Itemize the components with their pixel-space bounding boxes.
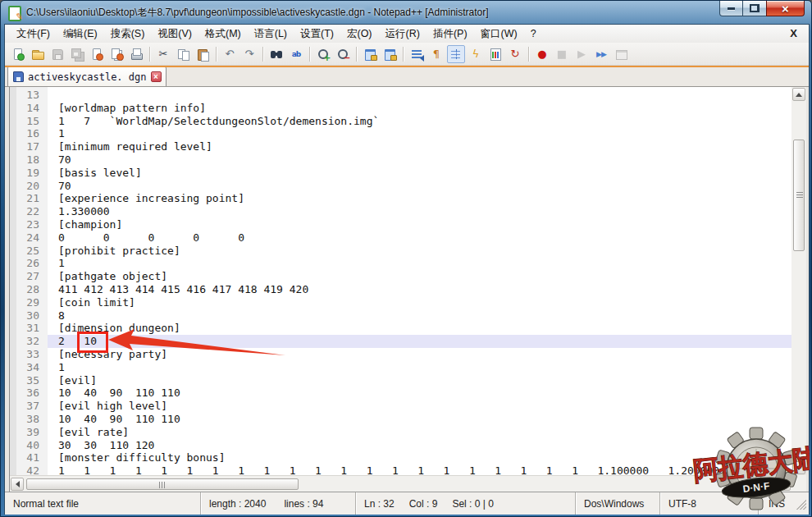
editor-line: 23 [champion] xyxy=(10,218,791,231)
restore-button[interactable] xyxy=(743,1,766,16)
toolbar-close-file-button[interactable] xyxy=(88,45,106,63)
toolbar-paste-button[interactable] xyxy=(194,45,212,63)
code-text[interactable]: 10 40 90 110 110 xyxy=(48,387,791,400)
toolbar-macro-record-button[interactable]: ● xyxy=(533,45,551,63)
code-text[interactable]: 70 xyxy=(48,180,791,193)
toolbar-replace-button[interactable]: ab xyxy=(287,45,305,63)
toolbar-copy-button[interactable] xyxy=(174,45,192,63)
minimize-button[interactable] xyxy=(719,1,743,16)
tab-close-icon[interactable]: × xyxy=(151,71,162,82)
restore-icon xyxy=(750,4,760,12)
horizontal-scrollbar[interactable] xyxy=(10,475,791,492)
scroll-left-button[interactable] xyxy=(11,478,24,491)
toolbar-find-button[interactable] xyxy=(267,45,285,63)
menu-item[interactable]: 视图(V) xyxy=(151,25,198,43)
toolbar-new-file-button[interactable] xyxy=(9,45,27,63)
vertical-scrollbar[interactable] xyxy=(791,87,806,461)
code-text[interactable]: 10 40 90 110 110 xyxy=(48,413,791,426)
code-text[interactable]: 30 30 110 120 xyxy=(48,439,791,452)
code-text[interactable]: 1.330000 xyxy=(48,205,791,218)
toolbar-show-all-characters-button[interactable]: ¶ xyxy=(427,45,445,63)
editor-line: 13 xyxy=(10,89,791,102)
code-text[interactable]: [experience increasing point] xyxy=(48,192,791,205)
toolbar-close-all-button[interactable] xyxy=(107,45,125,63)
macro-save-icon xyxy=(614,48,628,61)
scroll-up-button[interactable] xyxy=(792,88,805,101)
toolbar-sync-vertical-button[interactable] xyxy=(361,45,379,63)
code-text[interactable]: [prohibit practice] xyxy=(48,245,791,258)
scroll-down-button[interactable] xyxy=(792,461,805,474)
menu-item[interactable]: 格式(M) xyxy=(198,25,248,43)
toolbar-doc-switcher-button[interactable]: ↻ xyxy=(506,45,524,63)
close-button[interactable]: × xyxy=(766,1,805,16)
toolbar-macro-save-button[interactable] xyxy=(612,45,630,63)
code-text[interactable]: 70 xyxy=(48,153,791,167)
menu-item[interactable]: 插件(P) xyxy=(427,25,474,43)
code-text[interactable]: 8 xyxy=(48,309,791,323)
menu-item[interactable]: ? xyxy=(524,26,543,41)
code-text[interactable]: 1 xyxy=(48,361,791,374)
code-text[interactable]: [monster difficulty bonus] xyxy=(48,451,791,464)
code-text[interactable]: 1 1 1 1 1 1 1 1 1 1 1 1 1 1 1 1 1 1 1 1 … xyxy=(48,464,791,475)
toolbar-cut-button[interactable]: ✂ xyxy=(154,45,172,63)
menu-item[interactable]: 编辑(E) xyxy=(57,25,104,43)
toolbar-print-button[interactable] xyxy=(127,45,145,63)
menubar-close-button[interactable]: X xyxy=(787,27,801,39)
menu-item[interactable]: 窗口(W) xyxy=(474,25,524,43)
editor-main: 13 14 [worldmap pattern info] 15 1 7 `Wo… xyxy=(9,87,791,492)
title-bar[interactable]: ✎ C:\Users\ilaoniu\Desktop\老牛8.7\pvf\dun… xyxy=(1,1,811,24)
client-area: X 文件(F)编辑(E)搜索(S)视图(V)格式(M)语言(L)设置(T)宏(O… xyxy=(4,24,810,515)
code-text[interactable]: [evil rate] xyxy=(48,426,791,439)
editor-lines: 13 14 [worldmap pattern info] 15 1 7 `Wo… xyxy=(10,89,791,475)
editor-view[interactable]: 13 14 [worldmap pattern info] 15 1 7 `Wo… xyxy=(10,87,791,475)
menu-item[interactable]: 语言(L) xyxy=(248,25,294,43)
toolbar-undo-button[interactable]: ↶ xyxy=(221,45,239,63)
toolbar-open-file-button[interactable] xyxy=(29,45,47,63)
code-text[interactable]: [coin limit] xyxy=(48,296,791,309)
code-text[interactable]: [champion] xyxy=(48,218,791,231)
resize-grip[interactable] xyxy=(796,500,806,510)
toolbar-word-wrap-button[interactable] xyxy=(408,45,426,63)
line-number: 17 xyxy=(10,140,48,153)
toolbar-document-map-button[interactable] xyxy=(486,45,504,63)
tab-activeskycastle[interactable]: activeskycastle. dgn × xyxy=(7,66,167,86)
horizontal-scroll-thumb[interactable] xyxy=(26,478,299,490)
menu-item[interactable]: 宏(O) xyxy=(340,25,379,43)
code-text[interactable]: [pathgate object] xyxy=(48,270,791,283)
menu-item[interactable]: 搜索(S) xyxy=(104,25,152,43)
doc-switcher-icon: ↻ xyxy=(509,48,522,61)
toolbar-macro-run-multiple-button[interactable]: ▶▶ xyxy=(592,45,610,63)
toolbar-function-list-button[interactable]: ϟ xyxy=(467,45,485,63)
code-text[interactable]: [evil] xyxy=(48,374,791,387)
toolbar-zoom-in-button[interactable] xyxy=(314,45,332,63)
code-text[interactable]: [evil high level] xyxy=(48,400,791,413)
code-text[interactable]: 1 7 `WorldMap/SelectdungeonSlot/demensio… xyxy=(48,115,791,128)
toolbar-save-file-button[interactable] xyxy=(48,45,66,63)
scroll-right-button[interactable] xyxy=(778,478,791,491)
status-lines-value: lines : 94 xyxy=(284,498,323,510)
code-text[interactable] xyxy=(48,89,791,102)
toolbar-macro-play-button[interactable]: ▶ xyxy=(573,45,591,63)
code-text[interactable]: 1 xyxy=(48,127,791,140)
vertical-scroll-thumb[interactable] xyxy=(793,140,805,251)
code-text[interactable]: 0 0 0 0 0 xyxy=(48,231,791,245)
menu-item[interactable]: 文件(F) xyxy=(10,25,57,43)
toolbar-macro-stop-button[interactable]: ■ xyxy=(553,45,571,63)
editor-line: 42 1 1 1 1 1 1 1 1 1 1 1 1 1 1 1 1 1 1 1… xyxy=(10,464,791,475)
save-all-icon xyxy=(71,48,84,61)
toolbar-zoom-out-button[interactable] xyxy=(334,45,352,63)
toolbar-separator xyxy=(356,47,357,62)
code-text[interactable]: 1 xyxy=(48,257,791,270)
toolbar-separator xyxy=(403,47,404,62)
code-text[interactable]: [basis level] xyxy=(48,167,791,180)
menu-item[interactable]: 设置(T) xyxy=(294,25,340,43)
code-text[interactable]: [minimum required level] xyxy=(48,140,791,153)
toolbar-indent-guide-button[interactable] xyxy=(447,45,465,63)
menu-item[interactable]: 运行(R) xyxy=(379,25,427,43)
code-text[interactable]: [worldmap pattern info] xyxy=(48,102,791,115)
toolbar-separator xyxy=(216,47,217,62)
toolbar-sync-horizontal-button[interactable] xyxy=(381,45,399,63)
code-text[interactable]: 411 412 413 414 415 416 417 418 419 420 xyxy=(48,283,791,296)
toolbar-save-all-button[interactable] xyxy=(68,45,86,63)
toolbar-redo-button[interactable]: ↷ xyxy=(240,45,258,63)
